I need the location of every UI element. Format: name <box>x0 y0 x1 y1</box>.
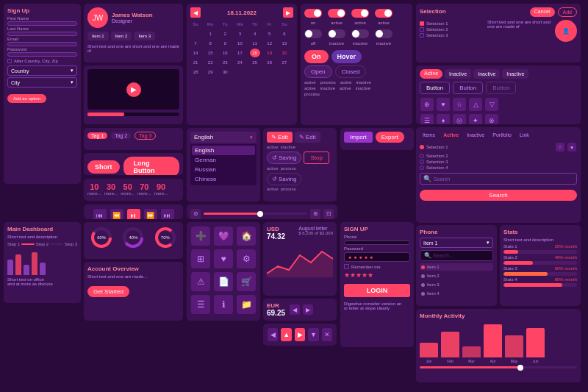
closed-button[interactable]: Closed <box>335 65 367 78</box>
icon-btn-1[interactable]: ⊕ <box>420 98 434 111</box>
nav-right-icon[interactable]: ▶ <box>303 304 313 315</box>
search-button[interactable]: Search <box>420 190 577 201</box>
slider-thumb[interactable] <box>257 211 263 217</box>
nav-portfolio[interactable]: Portfolio <box>490 131 514 139</box>
tag-1[interactable]: Tag 1 <box>87 132 107 139</box>
cal-day[interactable]: 21 <box>190 58 201 67</box>
video-preview[interactable]: ▶ <box>87 69 179 110</box>
cal-day-active[interactable]: 18 <box>250 49 260 57</box>
activity-slider[interactable] <box>420 366 577 368</box>
saving-button-1[interactable]: ↺ Saving <box>267 152 301 164</box>
cal-day[interactable]: 13 <box>279 39 290 48</box>
icon-btn-2[interactable]: ♥ <box>437 98 450 111</box>
toggle-active-2[interactable] <box>351 9 369 18</box>
sel-icon-1a[interactable]: ☆ <box>556 143 564 152</box>
toggle-inactive-1[interactable] <box>328 29 345 38</box>
radio-active[interactable] <box>420 21 424 26</box>
cal-day[interactable]: 28 <box>190 68 201 76</box>
media-play-btn[interactable]: ⏯ <box>127 209 140 219</box>
export-button[interactable]: Export <box>376 132 404 143</box>
cal-next-icon[interactable]: ▶ <box>283 7 293 18</box>
open-button[interactable]: Open <box>304 65 332 78</box>
saving-button-2[interactable]: ↺ Saving <box>267 173 301 185</box>
tab3[interactable]: Item 3 <box>134 32 155 40</box>
radio-sel-3[interactable] <box>420 160 424 164</box>
page-num-2[interactable]: 30 <box>104 182 118 191</box>
arrow-down-btn[interactable]: ▼ <box>308 328 318 341</box>
tag-2[interactable]: Tag 2 <box>111 132 131 139</box>
video-progress-bar[interactable] <box>87 113 179 116</box>
on-button[interactable]: On <box>304 50 329 63</box>
page-num-4[interactable]: 70 <box>137 182 151 191</box>
remember-checkbox[interactable] <box>344 264 349 269</box>
cal-day[interactable]: 1 <box>205 29 215 38</box>
edit-button-1[interactable]: ✎ Edit <box>267 132 293 143</box>
tile-down[interactable]: 💜 <box>214 227 233 246</box>
cal-day[interactable]: 24 <box>234 58 245 67</box>
password-input-2[interactable]: ●●●●● <box>344 252 410 262</box>
long-button[interactable]: Long Button <box>123 157 180 175</box>
cal-day[interactable]: 26 <box>265 58 275 67</box>
tile-settings[interactable]: ⚙ <box>237 249 256 268</box>
cal-day[interactable]: 15 <box>205 49 215 57</box>
button-2[interactable]: Button <box>453 82 483 94</box>
tile-cart[interactable]: 🛒 <box>237 272 256 291</box>
login-button[interactable]: LOGIN <box>344 284 410 297</box>
arrow-left-btn[interactable]: ◀ <box>268 328 278 341</box>
radio-sel-1[interactable] <box>420 145 424 149</box>
cal-day[interactable]: 7 <box>190 39 201 48</box>
tile-up[interactable]: 🏠 <box>237 227 256 246</box>
media-next-btn[interactable]: ⏩ <box>144 209 157 219</box>
cal-day[interactable]: 8 <box>205 39 215 48</box>
cal-day[interactable]: 22 <box>205 58 215 67</box>
icon-btn-10[interactable]: ⊗ <box>485 114 498 124</box>
cal-day[interactable]: 19 <box>265 49 275 57</box>
media-next-next-btn[interactable]: ⏭ <box>161 209 174 219</box>
cancel-button[interactable]: Cancel <box>530 7 555 17</box>
email-input[interactable] <box>7 42 77 46</box>
tile-file[interactable]: 📄 <box>214 272 233 291</box>
cal-day[interactable]: 27 <box>279 58 290 67</box>
icon-btn-7[interactable]: ♦ <box>437 114 450 124</box>
tab1[interactable]: Item 1 <box>87 32 109 40</box>
cal-day[interactable]: 29 <box>205 68 215 76</box>
search-input-placeholder[interactable]: Search <box>434 177 573 182</box>
lastname-input[interactable] <box>7 32 77 36</box>
tile-info[interactable]: ℹ <box>214 295 233 314</box>
get-started-button[interactable]: Get Started <box>87 286 129 297</box>
dropdown-option-english[interactable]: English <box>192 146 255 155</box>
nav-left-icon[interactable]: ◀ <box>290 304 300 315</box>
cal-day[interactable]: 25 <box>250 58 260 67</box>
tab2[interactable]: Item 2 <box>111 32 132 40</box>
close-nav-btn[interactable]: ✕ <box>322 328 332 341</box>
cal-day[interactable]: 10 <box>234 39 245 48</box>
cal-day[interactable]: 3 <box>234 29 245 38</box>
short-button[interactable]: Short <box>87 160 120 174</box>
toggle-active-1[interactable] <box>328 9 345 18</box>
phone-search-input[interactable]: 🔍 Search... <box>420 250 493 261</box>
cal-prev-icon[interactable]: ◀ <box>190 7 201 18</box>
cal-day[interactable]: 30 <box>220 68 230 76</box>
play-icon[interactable]: ▶ <box>126 82 141 97</box>
inactive-state-btn-3[interactable]: Inactive <box>502 69 528 79</box>
page-num-1[interactable]: 10 <box>87 182 101 191</box>
toggle-inactive-2[interactable] <box>351 29 369 38</box>
cal-day[interactable]: 6 <box>279 29 290 38</box>
tile-menu[interactable]: ☰ <box>191 295 210 314</box>
media-prev-prev-btn[interactable]: ⏮ <box>93 209 107 219</box>
radio-inactive-2[interactable] <box>420 33 424 38</box>
tag-3[interactable]: Tag 3 <box>135 132 156 140</box>
country-dropdown[interactable]: Country▾ <box>7 65 77 76</box>
icon-btn-6[interactable]: ☰ <box>420 114 434 124</box>
tile-folder[interactable]: 📁 <box>237 295 256 314</box>
icon-btn-9[interactable]: ✦ <box>469 114 482 124</box>
cal-day[interactable]: 23 <box>220 58 230 67</box>
radio-inactive[interactable] <box>420 27 424 32</box>
import-button[interactable]: Import <box>344 132 373 143</box>
nav-inactive[interactable]: Inactive <box>464 131 487 139</box>
slider-track[interactable] <box>204 213 307 215</box>
cal-day[interactable]: 4 <box>250 29 260 38</box>
cal-day[interactable]: 17 <box>234 49 245 57</box>
firstname-input[interactable] <box>7 21 77 26</box>
tile-alert[interactable]: ⚠ <box>191 272 210 291</box>
